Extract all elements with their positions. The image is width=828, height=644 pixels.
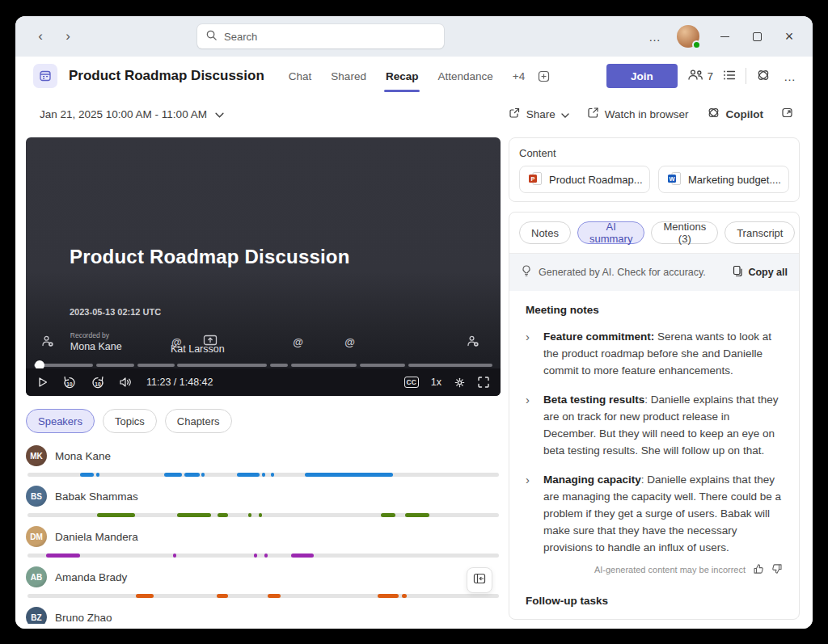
video-markers: Recorded by Mona Kane Kat Larsson @@@ <box>34 333 492 360</box>
speaker-segment[interactable] <box>254 554 257 558</box>
progress-segment <box>137 364 175 367</box>
speaker-segment[interactable] <box>164 473 182 477</box>
header-tab[interactable]: Attendance <box>428 57 502 95</box>
header-more-button[interactable]: … <box>780 69 800 83</box>
file-chip-word[interactable]: W Marketing budget.... <box>658 166 789 193</box>
content-card: Content P Product Roadmap... W Marketing… <box>509 137 800 202</box>
summary-tabs: NotesAI summaryMentions (3)Transcript <box>509 213 799 253</box>
speaker-timeline[interactable] <box>27 473 499 477</box>
speaker-timeline[interactable] <box>27 594 499 598</box>
join-button[interactable]: Join <box>606 64 678 88</box>
forward-10-icon[interactable]: 10 <box>91 376 105 389</box>
summary-tab-ai-summary[interactable]: AI summary <box>577 221 644 244</box>
header-tab[interactable]: Recap <box>376 57 429 95</box>
speaker-segment[interactable] <box>381 513 395 517</box>
speaker-timeline[interactable] <box>27 554 499 558</box>
progress-segment <box>291 364 357 367</box>
speaker-segment[interactable] <box>291 554 315 558</box>
file-chip-powerpoint[interactable]: P Product Roadmap... <box>519 166 650 193</box>
speaker-segment[interactable] <box>218 513 228 517</box>
forward-button[interactable]: › <box>57 26 78 47</box>
expand-chevron-icon[interactable]: › <box>526 391 543 459</box>
meeting-datetime[interactable]: Jan 21, 2025 10:00 AM - 11:00 AM <box>40 108 224 120</box>
avatar[interactable] <box>677 25 699 48</box>
filter-pill-chapters[interactable]: Chapters <box>165 409 232 433</box>
fullscreen-icon[interactable] <box>478 377 489 388</box>
add-tab-icon[interactable] <box>538 70 550 82</box>
timeline-filters: SpeakersTopicsChapters <box>26 409 232 433</box>
speaker-segment[interactable] <box>97 513 136 517</box>
header-tab[interactable]: Shared <box>321 57 376 95</box>
open-in-window-button[interactable] <box>781 107 793 121</box>
search-input[interactable] <box>224 31 418 43</box>
speaker-segment[interactable] <box>262 473 265 477</box>
header-tab[interactable]: Chat <box>279 57 322 95</box>
summary-tab-mentions-3-[interactable]: Mentions (3) <box>651 221 718 244</box>
speaker-segment[interactable] <box>96 473 99 477</box>
search-box[interactable] <box>197 24 444 48</box>
speaker-segment[interactable] <box>80 473 94 477</box>
copilot-button[interactable] <box>756 68 771 85</box>
speaker-segment[interactable] <box>271 473 274 477</box>
speaker-segment[interactable] <box>173 554 176 558</box>
speaker-segment[interactable] <box>136 594 154 598</box>
copy-all-button[interactable]: Copy all <box>733 265 788 280</box>
filter-pill-topics[interactable]: Topics <box>103 409 157 433</box>
watch-in-browser-button[interactable]: Watch in browser <box>587 107 689 121</box>
video-player[interactable]: Product Roadmap Discussion 2023-05-13 02… <box>26 137 501 396</box>
filter-pill-speakers[interactable]: Speakers <box>26 409 95 433</box>
thumbs-up-icon[interactable] <box>753 563 764 576</box>
avatar: BS <box>26 486 47 507</box>
open-panel-button[interactable] <box>467 567 492 593</box>
mention-marker-icon[interactable]: @ <box>293 335 303 349</box>
thumbs-down-icon[interactable] <box>771 563 783 576</box>
expand-chevron-icon[interactable]: › <box>526 471 543 556</box>
speaker-name: Daniela Mandera <box>55 531 138 543</box>
speaker-segment[interactable] <box>201 473 205 477</box>
speaker-row: DM Daniela Mandera <box>26 524 501 564</box>
speaker-segment[interactable] <box>405 513 429 517</box>
speaker-timeline[interactable] <box>27 513 499 517</box>
titlebar-more-button[interactable]: … <box>644 30 665 44</box>
person-record-marker-icon[interactable] <box>41 335 55 351</box>
presence-badge <box>692 40 701 49</box>
agenda-button[interactable] <box>723 69 736 83</box>
expand-chevron-icon[interactable]: › <box>526 328 543 379</box>
captions-button[interactable]: CC <box>404 377 419 388</box>
person-record-marker-icon[interactable] <box>466 335 479 351</box>
speaker-segment[interactable] <box>402 594 407 598</box>
minimize-button[interactable] <box>711 23 738 50</box>
speaker-segment[interactable] <box>237 473 260 477</box>
speaker-segment[interactable] <box>268 594 281 598</box>
speaker-segment[interactable] <box>259 513 262 517</box>
copilot-pane-button[interactable]: Copilot <box>707 106 764 122</box>
screen-share-marker-icon[interactable] <box>203 335 218 349</box>
speaker-segment[interactable] <box>184 473 201 477</box>
settings-gear-icon[interactable] <box>454 377 466 389</box>
rewind-10-icon[interactable]: 10 <box>62 376 77 389</box>
speaker-segment[interactable] <box>264 554 268 558</box>
avatar: BZ <box>26 607 47 624</box>
maximize-button[interactable] <box>743 23 771 50</box>
svg-text:P: P <box>530 175 534 182</box>
close-button[interactable]: × <box>775 23 803 50</box>
summary-tab-notes[interactable]: Notes <box>519 221 571 244</box>
play-icon[interactable] <box>37 377 49 388</box>
playback-speed-button[interactable]: 1x <box>431 377 441 388</box>
header-tab[interactable]: +4 <box>503 57 534 95</box>
chevron-down-icon <box>215 108 224 120</box>
speaker-segment[interactable] <box>46 554 80 558</box>
speaker-segment[interactable] <box>248 513 251 517</box>
share-button[interactable]: Share <box>508 107 569 122</box>
speaker-segment[interactable] <box>378 594 399 598</box>
speaker-segment[interactable] <box>217 594 227 598</box>
mention-marker-icon[interactable]: @ <box>344 335 355 349</box>
speaker-segment[interactable] <box>177 513 210 517</box>
video-progress-bar[interactable] <box>34 364 492 367</box>
volume-icon[interactable] <box>119 377 133 388</box>
back-button[interactable]: ‹ <box>30 26 51 47</box>
attendees-button[interactable]: 7 <box>687 69 713 83</box>
summary-tab-transcript[interactable]: Transcript <box>724 221 795 244</box>
mention-marker-icon[interactable]: @ <box>171 335 182 349</box>
speaker-segment[interactable] <box>305 473 393 477</box>
